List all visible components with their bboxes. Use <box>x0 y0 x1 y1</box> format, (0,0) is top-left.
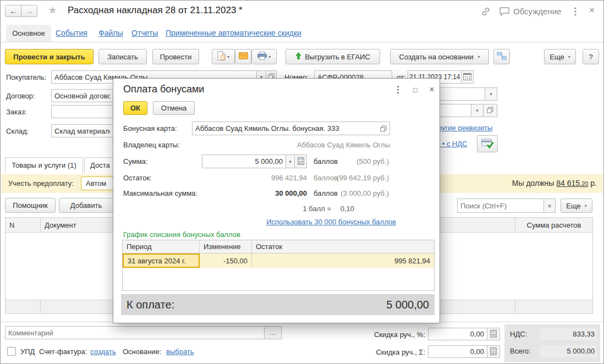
help-button[interactable]: ? <box>583 49 599 64</box>
structure-icon <box>497 52 507 62</box>
order-field[interactable] <box>51 105 113 118</box>
chevron-down-icon: ▾ <box>585 203 587 208</box>
we-owe-amount-link[interactable]: 84 615,20 <box>556 179 588 187</box>
max-amount-label: Максимальная сумма: <box>123 189 197 197</box>
nav-back-button[interactable]: ← <box>5 5 21 17</box>
discount-sum-calc-button[interactable] <box>487 345 500 358</box>
prepayment-mode-button[interactable]: Автом <box>81 177 113 190</box>
assistant-button[interactable]: Помощник <box>5 198 56 213</box>
discount-pct-calc-button[interactable] <box>487 328 500 340</box>
tab-goods-services[interactable]: Товары и услуги (1) <box>5 157 83 173</box>
basis-label: Основание: <box>123 348 161 356</box>
tab-events[interactable]: События <box>56 29 87 37</box>
contract-field[interactable] <box>51 89 113 102</box>
amount-dropdown-button[interactable]: ▾ <box>285 155 295 168</box>
search-clear-button[interactable]: × <box>543 198 556 213</box>
chevron-down-icon: ▾ <box>268 54 271 59</box>
tab-reports[interactable]: Отчеты <box>131 29 158 37</box>
schedule-cell-period[interactable]: 31 августа 2024 г. <box>123 253 200 268</box>
document-clock-icon <box>217 51 226 62</box>
window-close-icon[interactable]: × <box>589 5 595 16</box>
comment-expand-button[interactable]: ... <box>264 326 282 339</box>
dialog-maximize-icon[interactable]: □ <box>409 85 421 95</box>
open-icon[interactable] <box>380 125 387 134</box>
rate-label: 1 балл = <box>276 205 331 213</box>
search-input[interactable] <box>457 198 544 213</box>
favorite-star-icon[interactable]: ★ <box>48 4 57 16</box>
related-documents-button[interactable] <box>493 49 510 64</box>
column-header-settlement-sum[interactable]: Сумма расчетов <box>515 218 592 232</box>
invoice-create-link[interactable]: создать <box>90 348 116 356</box>
tab-auto-discounts[interactable]: Примененные автоматические скидки <box>166 29 301 37</box>
comment-input[interactable] <box>5 326 265 339</box>
dialog-close-icon[interactable]: × <box>426 85 438 95</box>
use-all-bonuses-link[interactable]: Использовать 30 000 бонусных баллов <box>223 218 396 226</box>
print-button[interactable]: ▾ <box>251 49 277 64</box>
warehouse-label: Склад: <box>6 127 29 135</box>
nav-forward-button[interactable]: → <box>21 5 37 17</box>
post-and-close-button[interactable]: Провести и закрыть <box>5 49 94 64</box>
amount-rub: (500 руб.) <box>306 157 389 166</box>
basis-select-link[interactable]: выбрать <box>166 348 194 356</box>
calculator-icon <box>298 157 304 166</box>
discussion-icon[interactable] <box>499 7 510 18</box>
other-details-link[interactable]: ругие реквизиты <box>438 124 492 132</box>
dialog-ok-button[interactable]: ОК <box>123 101 147 115</box>
window-menu-icon[interactable] <box>574 7 577 18</box>
order-label: Заказ: <box>6 108 27 116</box>
calculator-icon <box>490 330 497 339</box>
send-email-button[interactable] <box>235 49 251 64</box>
dialog-title: Оплата бонусами <box>123 84 204 95</box>
bonus-card-payment-button[interactable] <box>477 135 498 152</box>
schedule-col-change[interactable]: Изменение <box>200 240 252 253</box>
vat-mode-link[interactable]: я • с НДС <box>436 140 468 148</box>
chevron-down-icon: ▾ <box>477 54 480 59</box>
back-arrow-icon: ← <box>9 7 17 15</box>
calendar-icon <box>463 73 471 81</box>
post-button[interactable]: Провести <box>152 49 199 64</box>
balance-label: Остаток: <box>123 174 152 182</box>
more-actions-button[interactable]: Еще ▾ <box>544 49 576 64</box>
schedule-col-period[interactable]: Период <box>123 240 200 253</box>
open-icon <box>487 107 493 114</box>
calculator-icon <box>490 348 497 356</box>
schedule-row[interactable]: 31 августа 2024 г. -150,00 995 821,94 <box>123 253 434 268</box>
date-calendar-button[interactable] <box>461 70 474 84</box>
tab-files[interactable]: Файлы <box>98 29 123 37</box>
write-button[interactable]: Записать <box>98 49 147 64</box>
prepayment-label: Учесть предоплату: <box>8 179 74 187</box>
discount-pct-field[interactable] <box>428 328 487 340</box>
create-based-on-button[interactable]: Создать на основании ▾ <box>390 49 489 64</box>
upd-checkbox[interactable] <box>7 347 16 356</box>
unload-egais-button[interactable]: Выгрузить в ЕГАИС <box>285 49 380 64</box>
print-form-button[interactable]: ▾ <box>212 49 235 64</box>
amount-calc-button[interactable] <box>294 155 307 168</box>
bonus-card-label: Бонусная карта: <box>123 124 177 133</box>
add-row-button[interactable]: Добавить <box>59 198 113 213</box>
get-link-icon[interactable] <box>480 6 491 19</box>
amount-field[interactable] <box>202 155 286 168</box>
printer-icon <box>257 52 267 62</box>
bonus-card-field[interactable]: Аббасов Суад Кямиль Оглы. бонусная. 333 <box>192 122 390 135</box>
dialog-cancel-button[interactable]: Отмена <box>153 101 195 115</box>
table-more-button[interactable]: Еще ▾ <box>561 198 592 213</box>
order-open-button[interactable] <box>483 104 497 117</box>
upd-label: УПД <box>20 348 35 356</box>
forward-arrow-icon: → <box>25 7 33 15</box>
balance-rub: (99 642,19 руб.) <box>306 174 389 182</box>
grand-total-label: Всего: <box>510 347 531 355</box>
balance-value: 996 421,94 <box>197 174 307 182</box>
discussion-label[interactable]: Обсуждение <box>513 7 561 16</box>
schedule-table[interactable]: Период Изменение Остаток 31 августа 2024… <box>122 240 435 291</box>
schedule-col-rest[interactable]: Остаток <box>252 240 434 253</box>
schedule-cell-change[interactable]: -150,00 <box>200 253 252 268</box>
column-header-n[interactable]: N <box>6 218 41 232</box>
order-dropdown-button[interactable]: ▾ <box>471 104 484 117</box>
schedule-cell-rest[interactable]: 995 821,94 <box>252 253 434 268</box>
tab-main[interactable]: Основное <box>6 25 51 42</box>
grand-total-value: 5 000,00 <box>567 347 595 355</box>
contract-dropdown-button[interactable]: ▾ <box>485 87 497 101</box>
dialog-menu-icon[interactable] <box>392 85 404 95</box>
warehouse-field[interactable] <box>51 124 113 137</box>
discount-sum-field[interactable] <box>428 345 487 358</box>
